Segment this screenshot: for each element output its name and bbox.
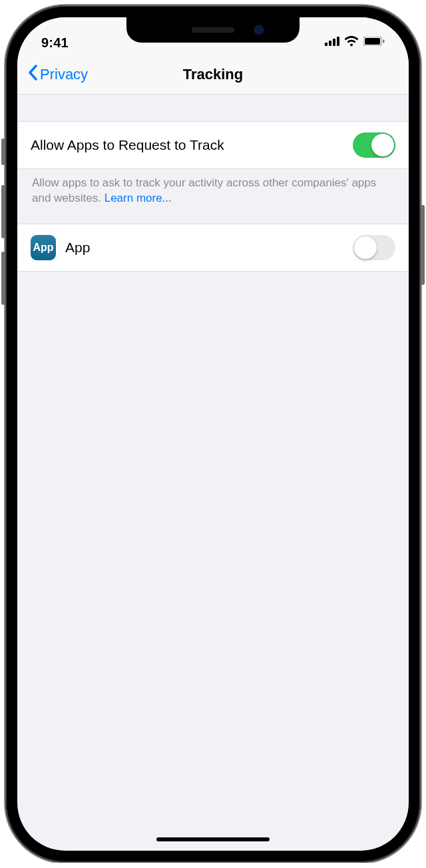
settings-content: Allow Apps to Request to Track Allow app… <box>17 95 409 272</box>
wifi-icon <box>344 36 359 49</box>
allow-apps-request-track-label: Allow Apps to Request to Track <box>31 137 353 153</box>
front-camera <box>254 25 264 35</box>
allow-apps-footer-text: Allow apps to ask to track your activity… <box>17 169 409 224</box>
notch <box>126 17 300 43</box>
svg-rect-0 <box>325 43 327 46</box>
back-button[interactable]: Privacy <box>17 65 88 85</box>
svg-rect-1 <box>329 41 331 46</box>
allow-apps-request-track-toggle[interactable] <box>353 132 395 158</box>
app-tracking-toggle[interactable] <box>353 235 395 260</box>
status-time: 9:41 <box>41 35 69 51</box>
svg-rect-5 <box>365 38 380 45</box>
svg-rect-6 <box>383 40 385 43</box>
toggle-knob <box>371 134 394 156</box>
battery-icon <box>363 37 385 49</box>
toggle-knob <box>354 236 377 259</box>
speaker-grille <box>192 27 234 33</box>
volume-up-button[interactable] <box>1 185 5 238</box>
page-title: Tracking <box>183 66 243 83</box>
power-button[interactable] <box>421 205 425 285</box>
cellular-signal-icon <box>325 37 339 49</box>
navigation-bar: Privacy Tracking <box>17 55 409 95</box>
svg-rect-2 <box>333 39 335 46</box>
app-name-label: App <box>65 240 353 256</box>
screen: 9:41 <box>17 17 409 851</box>
chevron-left-icon <box>28 65 37 85</box>
allow-apps-request-track-row: Allow Apps to Request to Track <box>17 121 409 169</box>
status-indicators <box>325 36 385 49</box>
app-icon: App <box>31 235 56 260</box>
footer-description: Allow apps to ask to track your activity… <box>32 176 376 204</box>
app-tracking-row: App App <box>17 224 409 272</box>
home-indicator[interactable] <box>156 837 270 841</box>
back-button-label: Privacy <box>40 66 88 83</box>
mute-switch[interactable] <box>1 138 5 165</box>
volume-down-button[interactable] <box>1 252 5 305</box>
learn-more-link[interactable]: Learn more... <box>105 192 172 204</box>
phone-device-frame: 9:41 <box>5 5 421 863</box>
svg-rect-3 <box>337 37 339 46</box>
